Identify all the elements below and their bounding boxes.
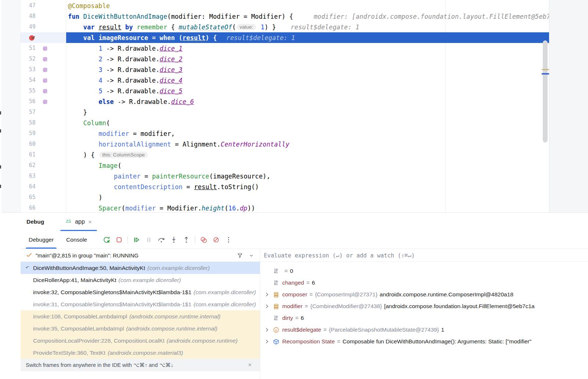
stack-frame-row[interactable]: invoke:35, ComposableLambdaImpl(androidx… [21,322,260,335]
scrollbar-warning-mark[interactable] [542,69,549,70]
variable-row[interactable]: modifier={CombinedModifier@27438}[androi… [260,300,588,312]
view-breakpoints-button[interactable] [199,235,208,245]
code-text[interactable]: else -> R.drawable.dice_6 [66,96,549,107]
expand-chevron-icon[interactable] [264,339,270,344]
stack-frame-row[interactable]: ProvideTextStyle:360, TextKt(androidx.co… [21,347,260,359]
variable-row[interactable]: presult$delegate={ParcelableSnapshotMuta… [260,324,588,336]
code-token: var [83,24,99,31]
stop-button[interactable] [114,235,124,245]
code-token: 3 [98,66,102,73]
code-text[interactable]: 2 -> R.drawable.dice_2 [66,54,549,64]
scrollbar-caret-mark[interactable] [542,73,549,75]
code-token: ( [118,162,121,169]
evaluate-expression-input[interactable]: Evaluate expression (↵) or add a watch (… [260,249,588,262]
code-token: result [183,34,205,41]
thread-selector[interactable]: "main"@2,815 in group "main": RUNNING [21,249,260,262]
dice-drawable-icon[interactable] [42,77,48,83]
code-token: = [141,173,152,180]
tab-debugger[interactable]: Debugger [26,231,57,249]
stack-frame-row[interactable]: invoke:31, ComposableSingletons$MainActi… [21,298,260,310]
code-token: ) { [83,151,99,159]
code-text[interactable]: ) { this: ColumnScope [66,149,549,160]
equals-sign: = [335,338,343,345]
step-over-button[interactable] [157,235,166,245]
tab-debugger-label: Debugger [29,237,54,243]
stack-frame-row[interactable]: invoke:108, ComposableLambdaImpl(android… [21,310,260,322]
code-text[interactable]: val imageResource = when (result) {resul… [66,32,549,43]
code-token: dice_6 [171,98,194,105]
code-text[interactable]: var result by remember { mutableStateOf(… [66,22,549,32]
stack-frame-row[interactable]: DiceRollerApp:41, MainActivityKt(com.exa… [21,274,260,286]
code-text[interactable]: 4 -> R.drawable.dice_4 [66,75,549,86]
code-text[interactable]: @Composable [66,0,549,11]
code-text[interactable]: 3 -> R.drawable.dice_3 [66,64,549,75]
code-text[interactable]: Spacer(modifier = Modifier.height(16.dp)… [66,203,549,212]
code-text[interactable]: horizontalAlignment = Alignment.CenterHo… [66,139,549,149]
code-text[interactable]: ) [66,192,549,203]
equals-sign: = [321,326,329,333]
code-token: = [183,183,194,191]
code-token: -> R.drawable. [114,98,171,105]
code-text[interactable]: modifier = modifier, [66,128,549,139]
tab-console[interactable]: Console [63,231,90,249]
expand-chevron-icon[interactable] [264,292,270,297]
cropped-icon [0,185,1,188]
expander-spacer [264,268,270,274]
rerun-debug-button[interactable] [102,235,111,245]
dice-drawable-icon[interactable] [42,67,48,73]
expand-chevron-icon[interactable] [264,327,270,333]
variable-value: 1 [441,326,444,333]
dice-drawable-icon[interactable] [42,46,48,51]
equals-sign: = [304,279,312,286]
filter-icon[interactable] [236,252,244,259]
cropped-icon [0,165,1,169]
mute-breakpoints-button[interactable] [211,235,221,245]
code-editor[interactable]: 47@Composable48fun DiceWithButtonAndImag… [21,0,549,212]
frame-location: CompositionLocalProvider:228, Compositio… [33,338,165,344]
close-icon[interactable]: × [87,219,93,225]
code-text[interactable]: fun DiceWithButtonAndImage(modifier: Mod… [66,11,549,22]
code-line-51: 511 -> R.drawable.dice_1 [21,43,549,54]
stack-frame-row[interactable]: invoke:32, ComposableSingletons$MainActi… [21,286,260,298]
debugger-inline-hint: modifier: [androidx.compose.foundation.l… [314,13,549,20]
code-text[interactable]: Column( [66,118,549,128]
code-token: ( [122,205,125,212]
line-number: 65 [21,192,36,203]
resume-button[interactable] [132,235,141,245]
code-text[interactable]: 5 -> R.drawable.dice_5 [66,86,549,96]
more-button[interactable] [224,235,233,245]
dice-drawable-icon[interactable] [42,56,48,62]
pause-button[interactable] [144,235,154,245]
variable-row[interactable]: 1001dirty=6 [260,312,588,324]
step-out-icon [182,235,191,244]
code-text[interactable]: Image( [66,160,549,171]
breakpoint-icon[interactable] [29,34,36,41]
stack-frame-row[interactable]: CompositionLocalProvider:228, Compositio… [21,335,260,347]
stack-frame-row[interactable]: DiceWithButtonAndImage:50, MainActivityK… [21,262,260,274]
code-token: 16 [228,205,236,212]
code-text[interactable]: } [66,107,549,118]
code-token: CenterHorizontally [221,141,290,148]
dice-drawable-icon[interactable] [42,99,48,105]
active-tab-underline [26,248,57,249]
variable-row[interactable]: 1001changed=6 [260,277,588,289]
step-into-button[interactable] [169,235,179,245]
variable-row[interactable]: Recomposition State=Composable fun DiceW… [260,336,588,347]
code-text[interactable]: 1 -> R.drawable.dice_1 [66,43,549,54]
code-text[interactable]: painter = painterResource(imageResource)… [66,171,549,181]
close-icon[interactable]: × [248,361,255,369]
step-out-button[interactable] [182,235,191,245]
expand-chevron-icon[interactable] [264,303,270,309]
code-text[interactable]: contentDescription = result.toString() [66,181,549,192]
chevron-down-icon[interactable] [248,252,255,259]
session-tab-app[interactable]: app × [60,213,97,231]
variable-row[interactable]: 1001=0 [260,265,588,277]
dice-drawable-icon[interactable] [42,88,48,94]
code-token: 5 [98,87,102,95]
code-token: { [167,24,179,31]
expander-spacer [264,280,270,286]
variable-row[interactable]: composer={ComposerImpl@27371}androidx.co… [260,289,588,300]
code-token: ( [106,119,110,127]
editor-scrollbar[interactable] [543,40,548,142]
line-number: 52 [21,54,36,64]
